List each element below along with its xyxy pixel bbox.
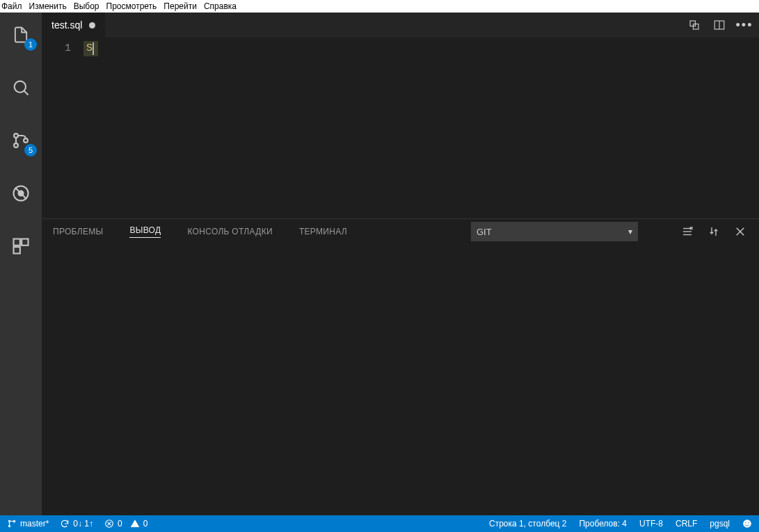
panel-actions: [680, 224, 748, 239]
svg-rect-8: [14, 239, 20, 245]
editor-tabbar: test.sql •••: [42, 13, 759, 38]
svg-point-4: [24, 138, 28, 143]
close-panel-button[interactable]: [733, 224, 748, 239]
smiley-icon: [742, 519, 752, 529]
activitybar: 1 5: [0, 13, 42, 515]
activitybar-scm[interactable]: 5: [7, 127, 35, 154]
sync-icon: [60, 519, 70, 529]
explorer-badge: 1: [24, 38, 37, 51]
panel-tab-output[interactable]: ВЫВОД: [129, 225, 161, 238]
output-body[interactable]: [42, 244, 759, 515]
warning-icon: [130, 519, 140, 529]
close-icon: [734, 225, 746, 238]
editor[interactable]: 1 S: [42, 38, 759, 218]
status-branch[interactable]: master*: [7, 519, 49, 529]
editor-cursor-icon: [93, 42, 94, 55]
svg-rect-11: [690, 21, 696, 26]
split-icon: [713, 19, 726, 31]
more-actions-button[interactable]: •••: [737, 17, 752, 33]
panel-tab-terminal[interactable]: ТЕРМИНАЛ: [299, 227, 347, 236]
svg-point-30: [743, 519, 751, 528]
error-count: 0: [118, 519, 122, 529]
svg-line-1: [24, 91, 29, 95]
output-channel-select[interactable]: GIT: [471, 222, 638, 241]
svg-point-2: [14, 134, 18, 138]
statusbar: master* 0↓ 1↑ 0 0 Строка 1, столбец 2 Пр…: [0, 515, 759, 532]
main-area: test.sql •••: [42, 13, 759, 515]
menu-go[interactable]: Перейти: [163, 1, 197, 11]
statusbar-left: master* 0↓ 1↑ 0 0: [7, 519, 147, 529]
extensions-icon: [11, 236, 31, 256]
menu-edit[interactable]: Изменить: [29, 1, 67, 11]
branch-name: master*: [20, 519, 49, 529]
scm-badge: 5: [24, 144, 37, 156]
warning-count: 0: [143, 519, 148, 529]
search-icon: [11, 78, 31, 97]
status-feedback[interactable]: [742, 519, 752, 529]
status-encoding[interactable]: UTF-8: [639, 519, 663, 529]
compare-changes-button[interactable]: [687, 17, 702, 33]
panel-tab-debug-console[interactable]: КОНСОЛЬ ОТЛАДКИ: [187, 227, 272, 236]
debug-icon: [11, 184, 31, 203]
editor-content[interactable]: S: [83, 38, 759, 218]
editor-tab[interactable]: test.sql: [42, 13, 105, 38]
activitybar-search[interactable]: [7, 74, 35, 102]
activitybar-debug[interactable]: [7, 179, 35, 207]
branch-icon: [7, 519, 17, 529]
lock-icon: [708, 225, 720, 238]
code-line[interactable]: S: [83, 41, 98, 56]
menu-file[interactable]: Файл: [1, 1, 22, 11]
svg-rect-9: [22, 239, 28, 245]
code-text: S: [86, 41, 93, 56]
panel-header: ПРОБЛЕМЫ ВЫВОД КОНСОЛЬ ОТЛАДКИ ТЕРМИНАЛ …: [42, 219, 759, 244]
menu-selection[interactable]: Выбор: [74, 1, 99, 11]
svg-rect-10: [14, 247, 20, 253]
svg-point-3: [14, 143, 18, 147]
dirty-indicator-icon: [89, 22, 95, 29]
tab-filename: test.sql: [51, 19, 82, 31]
svg-point-0: [15, 81, 26, 92]
activitybar-extensions[interactable]: [7, 232, 35, 260]
svg-rect-12: [694, 24, 699, 30]
menu-help[interactable]: Справка: [204, 1, 237, 11]
bottom-panel: ПРОБЛЕМЫ ВЫВОД КОНСОЛЬ ОТЛАДКИ ТЕРМИНАЛ …: [42, 218, 759, 515]
status-language[interactable]: pgsql: [710, 519, 730, 529]
workbench: 1 5 test.sq: [0, 13, 759, 515]
svg-point-25: [8, 525, 10, 526]
menubar: Файл Изменить Выбор Просмотреть Перейти …: [0, 0, 759, 13]
status-sync[interactable]: 0↓ 1↑: [60, 519, 93, 529]
status-indentation[interactable]: Пробелов: 4: [579, 519, 627, 529]
output-channel-value: GIT: [477, 227, 492, 237]
svg-point-31: [745, 522, 746, 524]
svg-point-24: [8, 520, 10, 522]
error-icon: [104, 519, 114, 529]
status-eol[interactable]: CRLF: [676, 519, 697, 529]
status-cursor-position[interactable]: Строка 1, столбец 2: [489, 519, 566, 529]
clear-output-button[interactable]: [680, 224, 695, 239]
svg-point-7: [19, 191, 24, 196]
activitybar-explorer[interactable]: 1: [7, 21, 35, 49]
editor-gutter: 1: [42, 38, 83, 218]
tab-actions: •••: [687, 13, 759, 38]
compare-icon: [688, 19, 701, 31]
statusbar-right: Строка 1, столбец 2 Пробелов: 4 UTF-8 CR…: [489, 519, 752, 529]
svg-point-32: [748, 522, 749, 524]
menu-view[interactable]: Просмотреть: [106, 1, 157, 11]
status-errors[interactable]: 0 0: [104, 519, 147, 529]
lock-scroll-button[interactable]: [706, 224, 721, 239]
line-number: 1: [42, 41, 71, 56]
split-editor-button[interactable]: [712, 17, 727, 33]
sync-text: 0↓ 1↑: [73, 519, 93, 529]
panel-tab-problems[interactable]: ПРОБЛЕМЫ: [53, 227, 103, 236]
clear-icon: [681, 225, 694, 238]
ellipsis-icon: •••: [736, 18, 753, 33]
